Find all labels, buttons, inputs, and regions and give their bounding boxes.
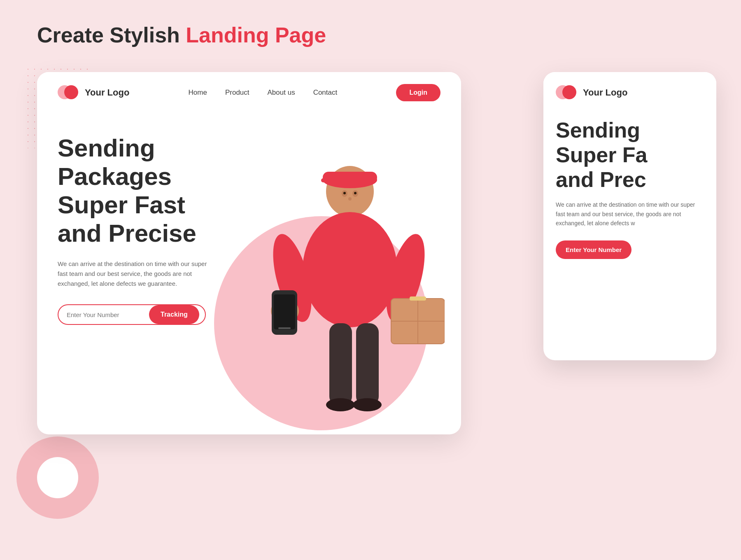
logo-icon <box>58 84 79 102</box>
tracking-input[interactable] <box>58 306 149 324</box>
nav-item-home[interactable]: Home <box>189 89 207 97</box>
svg-rect-3 <box>321 178 329 182</box>
secondary-card: Your Logo Sending Super Fa and Prec We c… <box>543 72 716 360</box>
secondary-logo-text: Your Logo <box>583 87 627 98</box>
logo-circle-red <box>64 85 78 99</box>
page-title-area: Create Stylish Landing Page <box>37 23 326 47</box>
tracking-button[interactable]: Tracking <box>149 305 199 324</box>
svg-point-8 <box>348 197 352 201</box>
main-card: Your Logo Home Product About us Contact … <box>37 72 461 434</box>
deco-circle-inner <box>37 457 78 498</box>
hero-section: Sending Packages Super Fast and Precise … <box>37 113 461 430</box>
nav-item-about[interactable]: About us <box>268 89 295 97</box>
logo-text: Your Logo <box>85 87 129 98</box>
delivery-illustration <box>239 150 445 430</box>
navbar: Your Logo Home Product About us Contact … <box>37 72 461 113</box>
svg-point-7 <box>354 192 357 194</box>
login-button[interactable]: Login <box>396 84 440 101</box>
svg-rect-17 <box>278 327 291 329</box>
hero-content: Sending Packages Super Fast and Precise … <box>58 134 255 325</box>
svg-rect-24 <box>356 323 379 406</box>
secondary-logo-icon <box>556 84 577 102</box>
svg-point-6 <box>343 192 346 194</box>
secondary-hero-title: Sending Super Fa and Prec <box>556 118 704 192</box>
svg-point-10 <box>303 212 397 327</box>
svg-rect-2 <box>323 172 377 183</box>
svg-rect-22 <box>410 296 426 301</box>
secondary-navbar: Your Logo <box>543 72 716 110</box>
nav-links: Home Product About us Contact <box>189 89 338 97</box>
logo-area: Your Logo <box>58 84 129 102</box>
secondary-hero-description: We can arrive at the destination on time… <box>556 200 704 228</box>
page-title: Create Stylish Landing Page <box>37 23 326 47</box>
secondary-logo-circle-red <box>562 85 576 99</box>
secondary-hero: Sending Super Fa and Prec We can arrive … <box>543 110 716 360</box>
secondary-tracking-button[interactable]: Enter Your Number <box>556 240 631 259</box>
nav-item-contact[interactable]: Contact <box>313 89 338 97</box>
svg-rect-23 <box>329 323 352 406</box>
svg-rect-16 <box>274 294 295 329</box>
svg-point-26 <box>353 398 382 411</box>
nav-item-product[interactable]: Product <box>225 89 249 97</box>
hero-title: Sending Packages Super Fast and Precise <box>58 134 255 247</box>
tracking-area: Tracking <box>58 304 206 325</box>
hero-description: We can arrive at the destination on time… <box>58 259 214 289</box>
svg-point-25 <box>326 398 355 411</box>
